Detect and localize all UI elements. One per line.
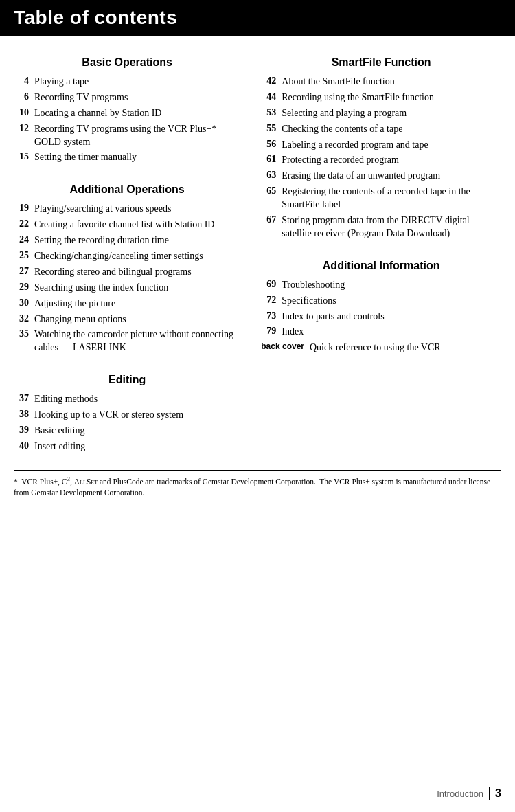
toc-num: 24	[14, 234, 34, 245]
toc-num: 6	[14, 91, 34, 102]
toc-entry: 44 Recording using the SmartFile functio…	[261, 91, 501, 104]
toc-entry: 4 Playing a tape	[14, 76, 240, 89]
toc-entry: 15 Setting the timer manually	[14, 151, 240, 164]
toc-text: Specifications	[282, 295, 501, 308]
toc-entry: 61 Protecting a recorded program	[261, 154, 501, 167]
toc-num: 72	[261, 295, 282, 306]
toc-text: Labeling a recorded program and tape	[282, 139, 501, 152]
toc-num: 32	[14, 313, 34, 324]
toc-num: 40	[14, 440, 34, 451]
toc-text: Hooking up to a VCR or stereo system	[34, 409, 240, 422]
toc-num: 22	[14, 218, 34, 229]
page-footer: Introduction 3	[437, 787, 501, 800]
toc-text: Locating a channel by Station ID	[34, 107, 240, 120]
toc-text: Searching using the index function	[34, 282, 240, 295]
toc-num: 42	[261, 76, 282, 87]
toc-entry: 6 Recording TV programs	[14, 91, 240, 104]
toc-text: Setting the recording duration time	[34, 234, 240, 247]
toc-num: 53	[261, 107, 282, 118]
toc-entry: 40 Insert editing	[14, 440, 240, 453]
toc-num: 35	[14, 328, 34, 339]
footnote-text: * VCR Plus+, C3, AllSet and PlusCode are…	[14, 477, 490, 497]
toc-num: 61	[261, 154, 282, 165]
toc-text: Registering the contents of a recorded t…	[282, 185, 501, 212]
toc-text: Changing menu options	[34, 313, 240, 326]
toc-entry: 30 Adjusting the picture	[14, 297, 240, 311]
toc-entry: 35 Watching the camcorder picture withou…	[14, 328, 240, 354]
toc-text: About the SmartFile function	[282, 76, 501, 89]
toc-entry: 22 Creating a favorite channel list with…	[14, 218, 240, 232]
back-cover-text: Quick reference to using the VCR	[310, 341, 501, 354]
section-heading-additional: Additional Operations	[14, 183, 240, 196]
toc-num: 63	[261, 170, 282, 181]
toc-entry: 79 Index	[261, 326, 501, 339]
toc-text: Playing​/​searching at various speeds	[34, 203, 240, 216]
toc-text: Recording TV programs using the VCR Plus…	[34, 123, 240, 149]
section-heading-editing: Editing	[14, 374, 240, 386]
toc-num: 69	[261, 279, 282, 290]
toc-entry: 69 Troubleshooting	[261, 279, 501, 292]
toc-text: Creating a favorite channel list with St…	[34, 218, 240, 232]
toc-num: 79	[261, 326, 282, 337]
right-column: SmartFile Function 42 About the SmartFil…	[254, 49, 501, 456]
toc-entry: 10 Locating a channel by Station ID	[14, 107, 240, 120]
footer-divider	[489, 787, 490, 800]
toc-entry: 25 Checking​/​changing​/​canceling timer…	[14, 250, 240, 263]
toc-entry: 32 Changing menu options	[14, 313, 240, 326]
toc-entry: 53 Selecting and playing a program	[261, 107, 501, 120]
section-heading-basic: Basic Operations	[14, 56, 240, 69]
toc-num: 25	[14, 250, 34, 261]
toc-num: 30	[14, 297, 34, 308]
footer-page-num: 3	[495, 787, 501, 800]
toc-text: Checking the contents of a tape	[282, 123, 501, 136]
toc-entry: 38 Hooking up to a VCR or stereo system	[14, 409, 240, 422]
left-column: Basic Operations 4 Playing a tape 6 Reco…	[14, 49, 254, 456]
toc-entry: 12 Recording TV programs using the VCR P…	[14, 123, 240, 149]
toc-num: 67	[261, 214, 282, 225]
toc-text: Selecting and playing a program	[282, 107, 501, 120]
toc-entry: 42 About the SmartFile function	[261, 76, 501, 89]
page-title: Table of contents	[0, 0, 515, 36]
toc-text: Recording stereo and bilingual programs	[34, 266, 240, 279]
toc-text: Setting the timer manually	[34, 151, 240, 164]
toc-num: 29	[14, 282, 34, 293]
toc-num: 15	[14, 151, 34, 162]
toc-text: Index	[282, 326, 501, 339]
toc-num: 10	[14, 107, 34, 118]
toc-entry: 19 Playing​/​searching at various speeds	[14, 203, 240, 216]
section-heading-additional-info: Additional Information	[261, 260, 501, 272]
toc-text: Storing program data from the DIRECTV di…	[282, 214, 501, 240]
toc-text: Editing methods	[34, 393, 240, 406]
toc-num: 19	[14, 203, 34, 214]
toc-text: Basic editing	[34, 425, 240, 438]
footer-label: Introduction	[437, 789, 483, 799]
toc-num: 55	[261, 123, 282, 134]
toc-entry: 73 Index to parts and controls	[261, 311, 501, 324]
toc-entry: 27 Recording stereo and bilingual progra…	[14, 266, 240, 279]
toc-entry: 67 Storing program data from the DIRECTV…	[261, 214, 501, 240]
toc-entry: 55 Checking the contents of a tape	[261, 123, 501, 136]
toc-text: Insert editing	[34, 440, 240, 453]
toc-entry: 29 Searching using the index function	[14, 282, 240, 295]
toc-num: 56	[261, 139, 282, 150]
footnote: * VCR Plus+, C3, AllSet and PlusCode are…	[14, 470, 501, 498]
section-heading-smartfile: SmartFile Function	[261, 56, 501, 69]
toc-num: 65	[261, 185, 282, 196]
toc-text: Troubleshooting	[282, 279, 501, 292]
toc-num: 38	[14, 409, 34, 420]
toc-num: 39	[14, 425, 34, 436]
toc-text: Protecting a recorded program	[282, 154, 501, 167]
toc-text: Erasing the data of an unwanted program	[282, 170, 501, 183]
toc-num: 27	[14, 266, 34, 277]
toc-entry: 63 Erasing the data of an unwanted progr…	[261, 170, 501, 183]
toc-entry: 72 Specifications	[261, 295, 501, 308]
back-cover-label: back cover	[261, 341, 310, 351]
toc-entry: 39 Basic editing	[14, 425, 240, 438]
toc-num: 44	[261, 91, 282, 102]
toc-text: Watching the camcorder picture without c…	[34, 328, 240, 354]
toc-num: 4	[14, 76, 34, 87]
toc-entry: 65 Registering the contents of a recorde…	[261, 185, 501, 212]
toc-entry: 24 Setting the recording duration time	[14, 234, 240, 247]
toc-num: 73	[261, 311, 282, 322]
back-cover-entry: back cover Quick reference to using the …	[261, 341, 501, 354]
